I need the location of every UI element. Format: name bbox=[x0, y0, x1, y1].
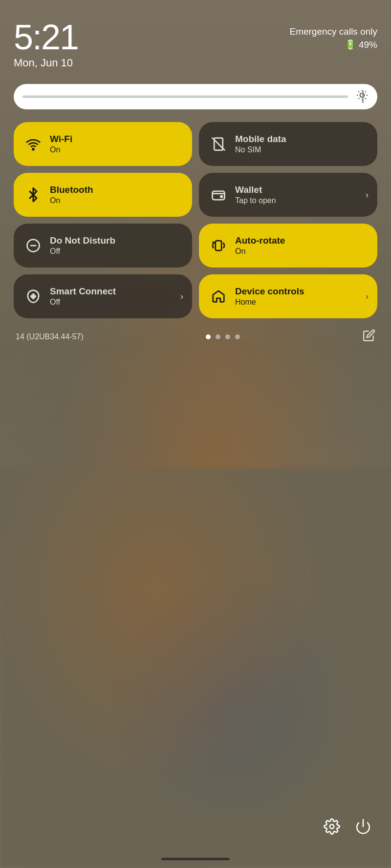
smart-connect-subtitle: Off bbox=[50, 298, 116, 307]
page-dot-4 bbox=[235, 334, 240, 339]
smart-connect-text: Smart Connect Off bbox=[50, 286, 116, 307]
svg-line-7 bbox=[358, 98, 359, 99]
svg-rect-15 bbox=[213, 191, 225, 200]
tile-device-controls[interactable]: Device controls Home › bbox=[199, 274, 377, 318]
wallet-chevron: › bbox=[366, 190, 369, 200]
svg-line-12 bbox=[33, 149, 34, 150]
bluetooth-title: Bluetooth bbox=[50, 185, 93, 196]
svg-point-21 bbox=[330, 825, 334, 829]
bluetooth-icon bbox=[24, 187, 42, 202]
device-controls-title: Device controls bbox=[235, 286, 304, 297]
mobile-data-icon bbox=[210, 137, 227, 151]
smart-connect-title: Smart Connect bbox=[50, 286, 116, 297]
device-controls-text: Device controls Home bbox=[235, 286, 304, 307]
page-dots bbox=[206, 334, 240, 339]
brightness-track bbox=[22, 96, 348, 98]
battery-indicator: 🔋 49% bbox=[345, 39, 377, 50]
svg-rect-19 bbox=[216, 241, 222, 250]
dnd-icon bbox=[24, 238, 42, 253]
footer-row: 14 (U2UB34.44-57) bbox=[14, 329, 377, 345]
bluetooth-subtitle: On bbox=[50, 196, 93, 205]
time-block: 5:21 Mon, Jun 10 bbox=[14, 20, 78, 69]
svg-line-8 bbox=[365, 91, 366, 92]
auto-rotate-icon bbox=[210, 238, 227, 253]
brightness-slider[interactable] bbox=[14, 84, 377, 109]
wifi-icon bbox=[24, 137, 42, 151]
smart-connect-icon bbox=[24, 289, 42, 304]
tile-wifi[interactable]: Wi-Fi On bbox=[14, 122, 192, 166]
power-icon[interactable] bbox=[355, 818, 371, 839]
edit-icon[interactable] bbox=[363, 329, 375, 345]
wallet-subtitle: Tap to open bbox=[235, 196, 276, 205]
svg-line-5 bbox=[358, 91, 359, 92]
svg-point-16 bbox=[220, 196, 222, 198]
device-controls-chevron: › bbox=[366, 291, 369, 302]
mobile-data-title: Mobile data bbox=[235, 134, 286, 145]
home-indicator bbox=[161, 858, 230, 860]
auto-rotate-text: Auto-rotate On bbox=[235, 235, 285, 256]
mobile-data-subtitle: No SIM bbox=[235, 145, 286, 154]
page-dot-3 bbox=[225, 334, 230, 339]
date: Mon, Jun 10 bbox=[14, 57, 78, 69]
brightness-row[interactable] bbox=[14, 84, 377, 109]
wallet-icon bbox=[210, 187, 227, 202]
wallet-text: Wallet Tap to open bbox=[235, 185, 276, 206]
wallet-title: Wallet bbox=[235, 185, 276, 196]
settings-icon[interactable] bbox=[324, 818, 340, 839]
tile-smart-connect[interactable]: Smart Connect Off › bbox=[14, 274, 192, 318]
status-bar: 5:21 Mon, Jun 10 Emergency calls only 🔋 … bbox=[14, 0, 377, 74]
auto-rotate-subtitle: On bbox=[235, 247, 285, 256]
tile-auto-rotate[interactable]: Auto-rotate On bbox=[199, 224, 377, 268]
device-controls-subtitle: Home bbox=[235, 298, 304, 307]
tile-bluetooth[interactable]: Bluetooth On bbox=[14, 173, 192, 217]
wifi-text: Wi-Fi On bbox=[50, 134, 72, 155]
mobile-data-text: Mobile data No SIM bbox=[235, 134, 286, 155]
tile-mobile-data[interactable]: Mobile data No SIM bbox=[199, 122, 377, 166]
bluetooth-text: Bluetooth On bbox=[50, 185, 93, 206]
status-right: Emergency calls only 🔋 49% bbox=[289, 20, 377, 50]
dnd-subtitle: Off bbox=[50, 247, 115, 256]
emergency-text: Emergency calls only bbox=[289, 26, 377, 37]
system-bar bbox=[0, 818, 391, 839]
dnd-title: Do Not Disturb bbox=[50, 235, 115, 247]
battery-percent: 49% bbox=[359, 40, 377, 50]
page-dot-1 bbox=[206, 334, 211, 339]
smart-connect-chevron: › bbox=[180, 291, 183, 302]
wifi-title: Wi-Fi bbox=[50, 134, 72, 145]
quick-tiles-grid: Wi-Fi On Mobile data No SIM bbox=[14, 122, 377, 318]
page-dot-2 bbox=[216, 334, 220, 339]
clock: 5:21 bbox=[14, 20, 78, 55]
svg-line-6 bbox=[365, 98, 366, 99]
battery-icon: 🔋 bbox=[345, 40, 356, 50]
tile-dnd[interactable]: Do Not Disturb Off bbox=[14, 224, 192, 268]
wifi-subtitle: On bbox=[50, 145, 72, 154]
device-controls-icon bbox=[210, 289, 227, 304]
dnd-text: Do Not Disturb Off bbox=[50, 235, 115, 256]
notification-panel: 5:21 Mon, Jun 10 Emergency calls only 🔋 … bbox=[0, 0, 391, 345]
auto-rotate-title: Auto-rotate bbox=[235, 235, 285, 247]
build-number: 14 (U2UB34.44-57) bbox=[16, 332, 84, 341]
slider-end-line bbox=[362, 90, 364, 103]
tile-wallet[interactable]: Wallet Tap to open › bbox=[199, 173, 377, 217]
